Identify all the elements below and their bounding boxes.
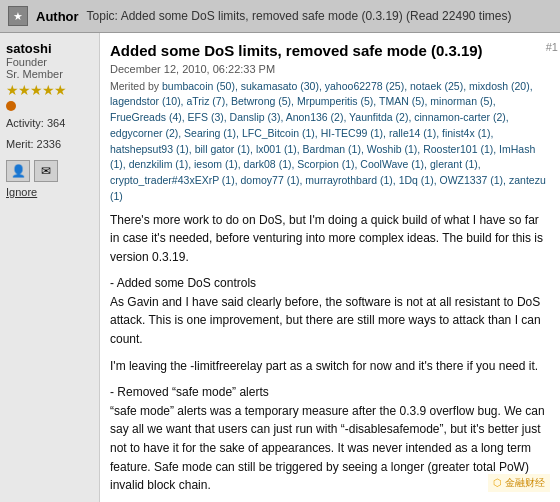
post-paragraph-4: - Removed “safe mode” alerts“safe mode” …	[110, 383, 550, 495]
merit-label: Merit:	[6, 138, 34, 150]
post-paragraph-2: - Added some DoS controlsAs Gavin and I …	[110, 274, 550, 348]
post-paragraph-3: I'm leaving the -limitfreerelay part as …	[110, 357, 550, 376]
post-title: Added some DoS limits, removed safe mode…	[110, 41, 550, 61]
merited-users: bumbacoin (50), sukamasato (30), yahoo62…	[110, 80, 546, 202]
post-paragraph-1: There's more work to do on DoS, but I'm …	[110, 211, 550, 267]
author-label: Author	[36, 9, 79, 24]
sidebar-username: satoshi	[6, 41, 93, 56]
merited-prefix: Merited by	[110, 80, 159, 92]
post-date: December 12, 2010, 06:22:33 PM	[110, 63, 550, 75]
main-layout: satoshi Founder Sr. Member ★★★★★ Activit…	[0, 33, 560, 502]
sidebar-online-dot	[6, 101, 16, 111]
sidebar: satoshi Founder Sr. Member ★★★★★ Activit…	[0, 33, 100, 502]
sidebar-actions: 👤 ✉	[6, 160, 93, 182]
merited-line: Merited by bumbacoin (50), sukamasato (3…	[110, 79, 550, 205]
ignore-button[interactable]: Ignore	[6, 186, 93, 198]
profile-button[interactable]: 👤	[6, 160, 30, 182]
sidebar-role1: Founder	[6, 56, 93, 68]
sidebar-stars: ★★★★★	[6, 82, 93, 98]
topic-text: Topic: Added some DoS limits, removed sa…	[87, 9, 552, 23]
top-bar: ★ Author Topic: Added some DoS limits, r…	[0, 0, 560, 33]
sidebar-merit: Merit: 2336	[6, 136, 93, 153]
sidebar-role2: Sr. Member	[6, 68, 93, 80]
post-number: #1	[546, 41, 558, 53]
activity-label: Activity:	[6, 117, 44, 129]
forum-icon: ★	[8, 6, 28, 26]
post-content: #1 Added some DoS limits, removed safe m…	[100, 33, 560, 502]
sidebar-activity: Activity: 364	[6, 115, 93, 132]
activity-value: 364	[47, 117, 65, 129]
merit-value: 2336	[37, 138, 61, 150]
message-button[interactable]: ✉	[34, 160, 58, 182]
post-body: There's more work to do on DoS, but I'm …	[110, 211, 550, 503]
